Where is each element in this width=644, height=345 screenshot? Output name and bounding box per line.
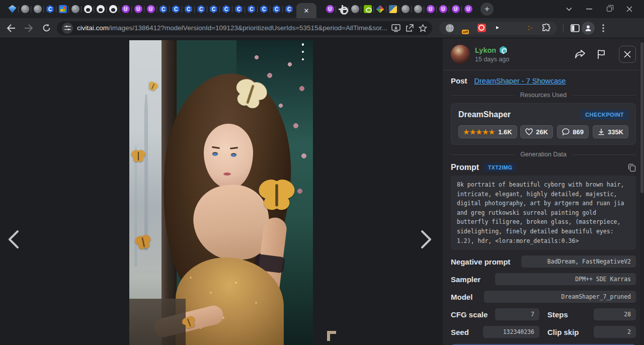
copy-prompt-icon[interactable] xyxy=(628,163,636,172)
browser-tab-gear[interactable] xyxy=(336,2,349,16)
panel-scrollbar[interactable] xyxy=(640,40,644,345)
browser-tab-diamond[interactable] xyxy=(374,2,386,16)
ultra-favicon-icon xyxy=(439,5,447,13)
likes-pill[interactable]: 26K xyxy=(520,125,553,138)
globe-favicon-icon xyxy=(414,5,422,13)
browser-tab-ultra[interactable] xyxy=(119,2,132,16)
image-options-kebab-icon[interactable] xyxy=(299,43,306,60)
address-bar[interactable]: civitai.com/images/1386412?modelVersionI… xyxy=(57,21,432,35)
image-viewer-area xyxy=(0,38,443,345)
browser-tab-globe[interactable] xyxy=(31,2,44,16)
minimize-button[interactable] xyxy=(586,6,593,13)
prompt-text[interactable]: 8k portrait of beautiful cyborg with bro… xyxy=(451,176,636,250)
steps-value[interactable]: 28 xyxy=(594,308,636,320)
browser-tab-civitai[interactable] xyxy=(44,2,56,16)
browser-tab-civitai[interactable] xyxy=(170,2,182,16)
browser-tab-ultra[interactable] xyxy=(424,2,437,16)
browser-tab-ultra[interactable] xyxy=(449,2,462,16)
install-icon[interactable] xyxy=(391,24,400,32)
browser-tab-globe[interactable] xyxy=(412,2,424,16)
negative-prompt-value[interactable]: BadDream, FastNegativeV2 xyxy=(521,255,636,268)
browser-tab-civitai[interactable] xyxy=(220,2,232,16)
tab-search-chevron-icon[interactable] xyxy=(566,6,573,13)
browser-menu-kebab-icon[interactable] xyxy=(597,22,610,35)
browser-tab-civitai[interactable] xyxy=(232,2,245,16)
reload-button[interactable] xyxy=(40,22,53,35)
close-panel-button[interactable] xyxy=(619,46,636,63)
browser-tab-civitai[interactable] xyxy=(195,2,207,16)
sampler-value[interactable]: DPM++ SDE Karras xyxy=(495,273,636,285)
browser-tab-civitai[interactable] xyxy=(283,2,295,16)
cookie-extension-icon[interactable] xyxy=(526,24,535,33)
browser-tab-civitai[interactable] xyxy=(258,2,270,16)
browser-tab-github[interactable] xyxy=(107,2,119,16)
browser-tab-civitai[interactable] xyxy=(207,2,220,16)
civitai-favicon-icon xyxy=(172,5,180,13)
browser-tab-civitai[interactable] xyxy=(270,2,283,16)
model-value[interactable]: DreamShaper_7_pruned xyxy=(484,291,636,303)
bookmark-star-icon[interactable] xyxy=(419,24,427,32)
resource-stats: ★★★★★ 1.6K 26K 869 335K xyxy=(458,125,628,138)
browser-tab-nvidia[interactable] xyxy=(361,2,374,16)
comments-pill[interactable]: 869 xyxy=(557,125,589,138)
browser-tab-globe[interactable] xyxy=(69,2,82,16)
post-link[interactable]: DreamShaper - 7 Showcase xyxy=(474,77,566,85)
browser-tab-python[interactable] xyxy=(386,2,399,16)
checkpoint-badge[interactable]: CHECKPOINT xyxy=(581,110,628,120)
close-window-button[interactable] xyxy=(626,6,633,13)
browser-tab-store[interactable] xyxy=(56,2,69,16)
browser-tab-globe[interactable] xyxy=(399,2,412,16)
rating-pill[interactable]: ★★★★★ 1.6K xyxy=(458,125,517,138)
red-o-extension-icon[interactable] xyxy=(477,24,487,33)
user-avatar[interactable] xyxy=(451,45,470,64)
share-icon[interactable] xyxy=(406,24,414,32)
browser-tab-github[interactable] xyxy=(94,2,107,16)
url-path: /images/1386412?modelVersionId=109123&pr… xyxy=(109,24,387,32)
generated-image[interactable] xyxy=(129,40,313,345)
clip-skip-value[interactable]: 2 xyxy=(594,326,636,338)
flame-off-extension-icon[interactable]: off xyxy=(461,24,470,33)
browser-tab-ultra[interactable] xyxy=(437,2,449,16)
gem-extension-icon[interactable] xyxy=(510,24,519,33)
seed-value[interactable]: 132340236 xyxy=(483,326,539,338)
generation-params-grid: CFG scale 7 Steps 28 Seed 132340236 Clip… xyxy=(451,303,636,338)
report-flag-icon[interactable] xyxy=(595,48,608,61)
browser-tab-civitai[interactable] xyxy=(182,2,195,16)
new-tab-button[interactable]: + xyxy=(480,3,494,16)
resource-card[interactable]: DreamShaper CHECKPOINT ★★★★★ 1.6K 26K 86… xyxy=(451,103,636,145)
butterfly-large xyxy=(256,177,297,215)
browser-tab-gem[interactable] xyxy=(6,2,19,16)
browser-tab-github[interactable] xyxy=(82,2,94,16)
restore-button[interactable] xyxy=(606,6,613,13)
share-post-icon[interactable] xyxy=(574,48,587,61)
url-text[interactable]: civitai.com/images/1386412?modelVersionI… xyxy=(77,24,387,32)
side-panel-icon[interactable] xyxy=(569,22,582,35)
site-settings-icon[interactable] xyxy=(62,23,73,34)
previous-image-button[interactable] xyxy=(2,225,24,253)
extensions-puzzle-icon[interactable] xyxy=(542,24,551,33)
browser-tab-civitai[interactable] xyxy=(245,2,258,16)
back-button[interactable] xyxy=(5,22,18,35)
downloads-pill[interactable]: 335K xyxy=(593,125,628,138)
forward-button[interactable] xyxy=(22,22,35,35)
profile-avatar-button[interactable] xyxy=(582,22,595,35)
browser-tab-ultra[interactable] xyxy=(144,2,157,16)
browser-tab-ultra[interactable] xyxy=(462,2,474,16)
browser-tab-ultra[interactable] xyxy=(324,2,336,16)
username-link[interactable]: Lykon xyxy=(475,46,496,54)
cfg-scale-value[interactable]: 7 xyxy=(495,308,539,320)
scrollbar-thumb[interactable] xyxy=(640,42,643,193)
tab-close-icon[interactable]: ✕ xyxy=(304,8,309,14)
browser-tab-civitai[interactable] xyxy=(157,2,170,16)
browser-tab-globe[interactable] xyxy=(349,2,361,16)
globe-extension-icon[interactable] xyxy=(445,24,454,33)
sphere-extension-icon[interactable] xyxy=(494,24,503,33)
resource-name[interactable]: DreamShaper xyxy=(458,110,511,119)
active-tab[interactable]: ✕ xyxy=(296,3,316,18)
txt2img-badge[interactable]: TXT2IMG xyxy=(484,163,516,172)
ultra-favicon-icon xyxy=(147,5,155,13)
browser-tab-globe[interactable] xyxy=(19,2,31,16)
next-image-button[interactable] xyxy=(416,225,438,253)
browser-tab-ultra[interactable] xyxy=(132,2,144,16)
likes-count: 26K xyxy=(536,128,548,136)
